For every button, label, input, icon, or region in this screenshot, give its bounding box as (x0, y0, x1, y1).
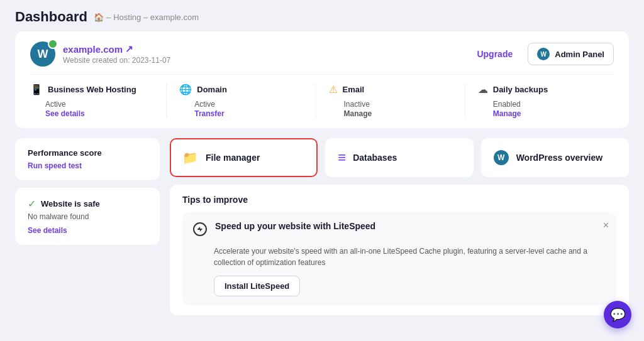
wordpress-icon: W (494, 150, 509, 165)
domain-status: Active (179, 100, 215, 109)
backups-name: Daily backups (493, 85, 548, 94)
backups-icon: ☁ (478, 84, 488, 95)
service-row: 📱 Business Web Hosting Active See detail… (30, 74, 614, 118)
site-name: example.com (63, 44, 123, 55)
tip-close-button[interactable]: × (603, 220, 609, 231)
home-icon: 🏠 (94, 13, 104, 22)
service-backups: ☁ Daily backups Enabled Manage (478, 84, 614, 118)
page-wrapper: Dashboard 🏠 – Hosting – example.com W ex… (0, 0, 644, 341)
tip-title: Speed up your website with LiteSpeed (215, 221, 375, 231)
hosting-icon: 📱 (30, 84, 43, 95)
hosting-link[interactable]: See details (30, 109, 153, 118)
breadcrumb-separator: – (106, 13, 111, 22)
backups-link[interactable]: Manage (478, 109, 601, 118)
service-hosting: 📱 Business Web Hosting Active See detail… (30, 84, 167, 118)
wordpress-overview-button[interactable]: W WordPress overview (481, 138, 629, 177)
upgrade-button[interactable]: Upgrade (469, 45, 520, 63)
security-widget: ✓ Website is safe No malware found See d… (15, 188, 160, 245)
litespeed-icon (192, 222, 208, 241)
folder-icon: 📁 (182, 150, 198, 165)
left-widgets: Performance score Run speed test ✓ Websi… (15, 138, 160, 245)
header-actions: Upgrade W Admin Panel (469, 43, 614, 65)
site-created-date: Website created on: 2023-11-07 (63, 56, 170, 65)
page-title: Dashboard (15, 9, 87, 25)
tip-item: Speed up your website with LiteSpeed × A… (182, 212, 616, 305)
chat-icon: 💬 (610, 307, 626, 322)
databases-label: Databases (353, 153, 397, 163)
databases-button[interactable]: ≡ Databases (325, 138, 473, 177)
file-manager-label: File manager (206, 153, 260, 163)
tip-description: Accelerate your website's speed with an … (192, 246, 606, 268)
security-subtitle: No malware found (28, 212, 147, 221)
breadcrumb: 🏠 – Hosting – example.com (94, 13, 199, 22)
backups-status: Enabled (478, 100, 521, 109)
wp-logo-leaf (48, 39, 58, 49)
admin-panel-button[interactable]: W Admin Panel (528, 43, 614, 65)
tip-header: Speed up your website with LiteSpeed (192, 221, 606, 241)
chat-button[interactable]: 💬 (604, 301, 631, 328)
see-details-link[interactable]: See details (28, 226, 147, 235)
security-title: Website is safe (41, 199, 100, 208)
tips-card: Tips to improve Speed up your website wi… (170, 185, 629, 315)
email-name: Email (343, 85, 365, 94)
wp-logo-icon: W (30, 41, 55, 67)
site-details: example.com ↗ Website created on: 2023-1… (63, 43, 170, 65)
performance-widget: Performance score Run speed test (15, 138, 160, 180)
info-card: W example.com ↗ Website created on: 2023… (15, 31, 629, 128)
service-domain: 🌐 Domain Active Transfer (179, 84, 316, 118)
email-icon: ⚠ (329, 84, 338, 95)
site-header-row: W example.com ↗ Website created on: 2023… (30, 41, 614, 67)
service-domain-header: 🌐 Domain (179, 84, 303, 95)
external-link-icon: ↗ (125, 43, 133, 55)
domain-link[interactable]: Transfer (179, 109, 303, 118)
hosting-status: Active (30, 100, 66, 109)
check-icon: ✓ (28, 198, 36, 210)
hosting-name: Business Web Hosting (48, 85, 136, 94)
run-speed-test-link[interactable]: Run speed test (28, 161, 147, 170)
widget-grid: Performance score Run speed test ✓ Websi… (15, 138, 629, 315)
service-email: ⚠ Email Inactive Manage (329, 84, 465, 118)
service-hosting-header: 📱 Business Web Hosting (30, 84, 153, 95)
right-panel: 📁 File manager ≡ Databases W WordPress o… (170, 138, 629, 315)
breadcrumb-path: Hosting – example.com (113, 13, 199, 22)
wordpress-overview-label: WordPress overview (516, 153, 602, 163)
email-link[interactable]: Manage (329, 109, 452, 118)
databases-icon: ≡ (338, 149, 345, 166)
tips-title: Tips to improve (182, 195, 616, 205)
performance-title: Performance score (28, 148, 147, 158)
service-email-header: ⚠ Email (329, 84, 452, 95)
main-content: W example.com ↗ Website created on: 2023… (0, 31, 644, 330)
domain-icon: 🌐 (179, 84, 192, 95)
admin-panel-label: Admin Panel (555, 50, 604, 59)
wp-admin-icon: W (537, 48, 550, 60)
security-header: ✓ Website is safe (28, 198, 147, 210)
service-backups-header: ☁ Daily backups (478, 84, 601, 95)
email-status: Inactive (329, 100, 370, 109)
domain-name: Domain (197, 85, 227, 94)
site-name-link[interactable]: example.com ↗ (63, 43, 170, 55)
site-identity: W example.com ↗ Website created on: 2023… (30, 41, 170, 67)
install-litespeed-button[interactable]: Install LiteSpeed (214, 276, 300, 296)
file-manager-button[interactable]: 📁 File manager (170, 138, 318, 177)
action-buttons-row: 📁 File manager ≡ Databases W WordPress o… (170, 138, 629, 177)
header: Dashboard 🏠 – Hosting – example.com (0, 0, 644, 31)
